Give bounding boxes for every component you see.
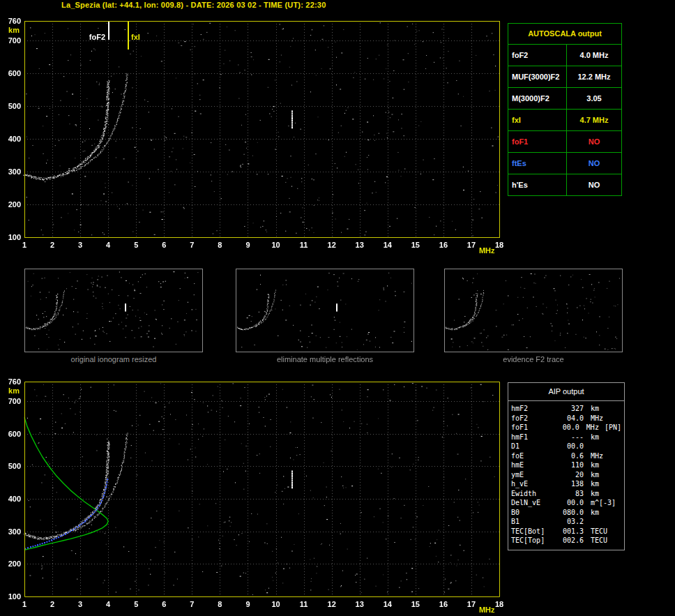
param-value: 83 <box>554 490 584 497</box>
autoscala-row-m3000f2: M(3000)F2 3.05 <box>508 88 621 110</box>
param-label: MUF(3000)F2 <box>508 66 567 87</box>
top-ionogram-canvas <box>0 15 506 272</box>
param-value: 4.0 MHz <box>567 45 621 66</box>
param-unit: MHz <box>591 414 603 422</box>
aip-output-table: AIP output hmF2 327 km foF2 04.0 MHz foF… <box>508 382 625 550</box>
param-value: 04.0 <box>554 414 584 422</box>
autoscala-row-hes: h'Es NO <box>508 174 621 195</box>
param-value: 002.6 <box>554 536 584 544</box>
thumbnail-original-ionogram <box>24 269 203 352</box>
param-name: Ewidth <box>511 490 554 497</box>
aip-row-foe: foE 0.6 MHz <box>508 451 624 461</box>
aip-row-ewidth: Ewidth 83 km <box>508 489 624 499</box>
param-unit: TECU <box>591 536 607 544</box>
param-value: NO <box>567 153 621 174</box>
param-value: 00.0 <box>554 499 584 506</box>
param-name: DelN_vE <box>511 499 554 506</box>
aip-row-fof1: foF1 00.0 MHz [PN] <box>508 423 624 433</box>
param-value: 20 <box>554 471 584 479</box>
param-name: h_vE <box>511 480 554 488</box>
caption-evidence-f2-trace: evidence F2 trace <box>444 355 623 363</box>
param-name: hmE <box>511 461 554 469</box>
autoscala-row-muf3000f2: MUF(3000)F2 12.2 MHz <box>508 66 621 88</box>
param-value: 080.0 <box>554 509 584 516</box>
param-value: 00.0 <box>552 423 579 431</box>
param-value: 00.0 <box>554 442 584 450</box>
autoscala-output-table: AUTOSCALA output foF2 4.0 MHz MUF(3000)F… <box>508 23 622 196</box>
param-label: foF2 <box>508 45 567 66</box>
param-name: foE <box>511 452 554 460</box>
param-unit: km <box>591 433 599 441</box>
param-unit: km <box>591 471 599 479</box>
param-name: TEC[Top] <box>511 536 554 544</box>
aip-row-tec-bot: TEC[Bot] 001.3 TECU <box>508 527 624 536</box>
param-name: hmF2 <box>511 405 554 412</box>
caption-eliminate-reflections: eliminate multiple reflections <box>236 355 414 363</box>
thumbnail-f2-canvas <box>445 269 622 352</box>
param-unit: TECU <box>591 527 607 535</box>
param-unit: km <box>591 480 599 488</box>
autoscala-row-ftes: ftEs NO <box>508 153 621 174</box>
param-value: 12.2 MHz <box>567 66 621 87</box>
station-date-header: La_Spezia (lat: +44.1, lon: 009.8) - DAT… <box>61 1 326 9</box>
param-unit: km <box>591 490 599 497</box>
thumbnail-reflections-canvas <box>236 269 414 352</box>
param-value: 327 <box>554 405 584 412</box>
param-unit: MHz <box>586 423 599 431</box>
param-unit: MHz <box>591 452 603 460</box>
autoscala-row-fof2: foF2 4.0 MHz <box>508 45 621 66</box>
aip-row-deln-ve: DelN_vE 00.0 m^[-3] <box>508 498 624 508</box>
param-label: ftEs <box>508 153 567 174</box>
param-label: fxI <box>508 110 567 130</box>
thumbnail-original-canvas <box>25 269 202 352</box>
param-name: B1 <box>511 518 554 525</box>
autoscala-row-fof1: foF1 NO <box>508 131 621 153</box>
aip-row-hme: hmE 110 km <box>508 460 624 470</box>
param-name: foF2 <box>511 414 554 422</box>
aip-row-yme: ymE 20 km <box>508 470 624 480</box>
aip-row-hmf1: hmF1 --- km <box>508 433 624 442</box>
thumbnail-multiple-reflections <box>236 269 414 352</box>
param-name: D1 <box>511 442 554 450</box>
autoscala-table-title: AUTOSCALA output <box>508 24 621 45</box>
param-value: 0.6 <box>554 452 584 460</box>
param-unit: km <box>591 509 599 516</box>
param-label: foF1 <box>508 131 567 152</box>
param-flag: [PN] <box>605 423 621 431</box>
param-value: 001.3 <box>554 527 584 535</box>
param-name: ymE <box>511 471 554 479</box>
caption-original-ionogram: original ionogram resized <box>24 355 203 363</box>
param-value: NO <box>567 174 621 195</box>
aip-table-title: AIP output <box>508 383 624 401</box>
aip-row-hmf2: hmF2 327 km <box>508 404 624 414</box>
aip-row-hve: h_vE 138 km <box>508 479 624 489</box>
param-value: 3.05 <box>567 88 621 109</box>
param-name: B0 <box>511 509 554 516</box>
aip-row-fof2: foF2 04.0 MHz <box>508 414 624 423</box>
param-label: h'Es <box>508 174 567 195</box>
aip-row-b1: B1 03.2 <box>508 517 624 527</box>
aip-row-b0: B0 080.0 km <box>508 508 624 518</box>
param-name: TEC[Bot] <box>511 527 554 535</box>
param-name: foF1 <box>511 423 552 431</box>
param-unit: km <box>591 405 599 412</box>
bottom-profile-canvas <box>0 375 506 616</box>
aip-row-tec-top: TEC[Top] 002.6 TECU <box>508 536 624 546</box>
param-value: --- <box>554 433 584 441</box>
param-name: hmF1 <box>511 433 554 441</box>
param-unit: m^[-3] <box>591 499 616 506</box>
param-label: M(3000)F2 <box>508 88 567 109</box>
param-unit: km <box>591 461 599 469</box>
param-value: 138 <box>554 480 584 488</box>
param-value: 03.2 <box>554 518 584 525</box>
autoscala-app-window: La_Spezia (lat: +44.1, lon: 009.8) - DAT… <box>0 0 675 616</box>
thumbnail-f2-trace <box>444 269 623 352</box>
param-value: 110 <box>554 461 584 469</box>
autoscala-row-fxi: fxI 4.7 MHz <box>508 110 621 131</box>
aip-row-d1: D1 00.0 <box>508 442 624 451</box>
param-value: 4.7 MHz <box>567 110 621 130</box>
param-value: NO <box>567 131 621 152</box>
